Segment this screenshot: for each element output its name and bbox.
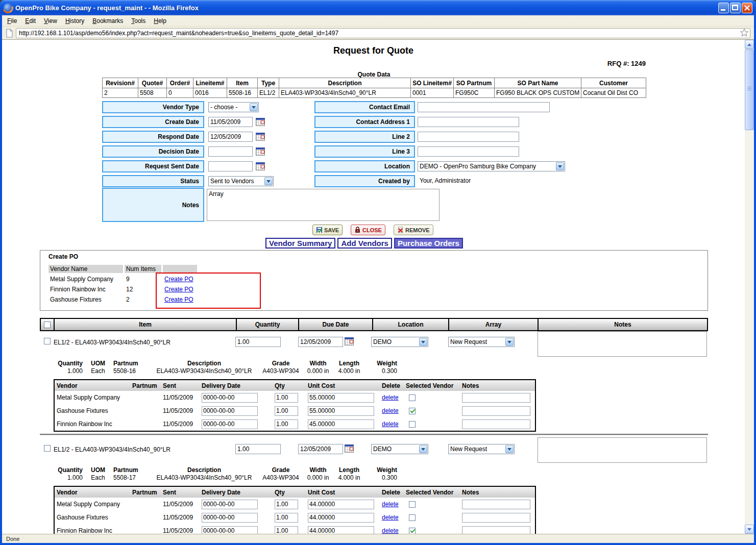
unit-cost-input[interactable]: [308, 513, 374, 523]
menu-view[interactable]: View: [40, 16, 61, 26]
delete-link[interactable]: delete: [382, 407, 399, 414]
calendar-icon[interactable]: [345, 444, 354, 453]
delete-link[interactable]: delete: [382, 527, 399, 534]
scroll-up-button[interactable]: [745, 40, 754, 49]
save-button[interactable]: SAVE: [312, 225, 343, 235]
maximize-button[interactable]: [730, 3, 741, 13]
status-select[interactable]: Sent to Vendors: [208, 176, 274, 186]
vendor-qty-input[interactable]: [275, 419, 298, 429]
create-date-input[interactable]: [208, 117, 253, 127]
item-array-select[interactable]: New Request: [448, 444, 515, 454]
selected-vendor-checkbox[interactable]: [409, 408, 416, 414]
selected-vendor-checkbox[interactable]: [409, 514, 416, 521]
detail-header: Width: [303, 466, 333, 474]
url-input[interactable]: [16, 28, 750, 38]
detail-header: Weight: [365, 359, 399, 367]
menu-file[interactable]: File: [3, 16, 21, 26]
select-all-checkbox[interactable]: [44, 321, 51, 328]
vendor-name: Finnion Rainbow Inc: [48, 285, 123, 293]
delivery-date-input[interactable]: [202, 526, 258, 534]
delete-link[interactable]: delete: [382, 394, 399, 401]
minimize-button[interactable]: [718, 3, 729, 13]
scroll-down-button[interactable]: [745, 525, 754, 534]
calendar-icon[interactable]: [256, 133, 265, 141]
selected-vendor-checkbox[interactable]: [409, 501, 416, 508]
calendar-icon[interactable]: [256, 147, 265, 156]
menu-bookmarks[interactable]: Bookmarks: [88, 16, 127, 26]
notes-textarea[interactable]: Array: [207, 189, 440, 221]
close-form-button[interactable]: CLOSE: [351, 225, 385, 235]
delivery-date-input[interactable]: [202, 393, 258, 403]
item-checkbox[interactable]: [44, 338, 51, 344]
delivery-date-input[interactable]: [202, 513, 258, 523]
status-bar: Done: [2, 534, 754, 543]
delete-link[interactable]: delete: [382, 514, 399, 521]
selected-vendor-checkbox[interactable]: [409, 394, 416, 401]
detail-length: 4.000 in: [333, 367, 365, 375]
item-quantity-input[interactable]: [235, 337, 281, 347]
vendor-notes-input[interactable]: [462, 526, 530, 534]
unit-cost-input[interactable]: [308, 526, 374, 534]
quote-data-table: Revision# Quote# Order# Lineitem# Item T…: [102, 78, 646, 98]
menu-history[interactable]: History: [61, 16, 88, 26]
item-location-select[interactable]: DEMO: [371, 337, 428, 347]
delivery-date-input[interactable]: [202, 419, 258, 429]
unit-cost-input[interactable]: [308, 406, 374, 416]
unit-cost-input[interactable]: [308, 419, 374, 429]
item-checkbox[interactable]: [44, 445, 51, 452]
calendar-icon[interactable]: [256, 162, 265, 170]
unit-cost-input[interactable]: [308, 393, 374, 403]
unit-cost-input[interactable]: [308, 500, 374, 509]
vertical-scrollbar[interactable]: [745, 40, 754, 534]
location-select[interactable]: DEMO - OpenPro Samburg Bike Company: [418, 161, 565, 171]
scrollbar-thumb[interactable]: [745, 49, 754, 130]
vendor-summary-link[interactable]: Vendor Summary: [265, 238, 335, 249]
delivery-date-input[interactable]: [202, 500, 258, 509]
decision-date-input[interactable]: [208, 146, 253, 157]
calendar-icon[interactable]: [256, 118, 265, 126]
item-array-select[interactable]: New Request: [448, 337, 515, 347]
purchase-orders-link[interactable]: Purchase Orders: [394, 238, 463, 249]
vendor-qty-input[interactable]: [275, 513, 298, 523]
respond-date-input[interactable]: [208, 132, 253, 142]
vendor-name: Gashouse Fixtures: [48, 295, 123, 304]
menu-tools[interactable]: Tools: [127, 16, 150, 26]
vendor-notes-input[interactable]: [462, 393, 530, 403]
vendor-qty-input[interactable]: [275, 526, 298, 534]
menu-edit[interactable]: Edit: [21, 16, 40, 26]
close-button[interactable]: [742, 3, 752, 13]
vendor-notes-input[interactable]: [462, 406, 530, 416]
delete-link[interactable]: delete: [382, 501, 399, 508]
delivery-date-input[interactable]: [202, 406, 258, 416]
item-notes-textarea[interactable]: [538, 331, 707, 357]
item-detail-table: Quantity UOM Partnum Description Grade W…: [53, 466, 399, 481]
contact-address1-input[interactable]: [418, 117, 519, 127]
calendar-icon[interactable]: [345, 337, 354, 345]
contact-email-input[interactable]: [418, 102, 550, 112]
menu-help[interactable]: Help: [150, 16, 170, 26]
vendor-notes-input[interactable]: [462, 419, 530, 429]
vendor-notes-input[interactable]: [462, 500, 530, 509]
item-notes-textarea[interactable]: [538, 437, 707, 463]
request-sent-date-input[interactable]: [208, 161, 253, 171]
add-vendors-link[interactable]: Add Vendors: [337, 238, 392, 249]
item-location-select[interactable]: DEMO: [371, 444, 428, 454]
quote-cell: 0001: [411, 88, 454, 98]
delete-link[interactable]: delete: [382, 420, 399, 428]
address-line2-input[interactable]: [418, 132, 519, 142]
vendor-notes-input[interactable]: [462, 513, 530, 523]
page-content: Request for Quote RFQ #: 1249 Quote Data…: [2, 40, 745, 534]
item-due-date-input[interactable]: [298, 337, 343, 347]
vendor-type-select[interactable]: - choose -: [208, 102, 259, 112]
item-due-date-input[interactable]: [298, 444, 343, 454]
remove-button[interactable]: REMOVE: [394, 225, 433, 235]
vendor-qty-input[interactable]: [275, 406, 298, 416]
vendor-name: Metal Supply Company: [48, 275, 123, 283]
vendor-qty-input[interactable]: [275, 500, 298, 509]
item-quantity-input[interactable]: [235, 444, 281, 454]
selected-vendor-checkbox[interactable]: [409, 528, 416, 534]
vendor-qty-input[interactable]: [275, 393, 298, 403]
selected-vendor-checkbox[interactable]: [409, 421, 416, 428]
bookmark-star-icon[interactable]: [740, 28, 749, 37]
address-line3-input[interactable]: [418, 146, 519, 157]
